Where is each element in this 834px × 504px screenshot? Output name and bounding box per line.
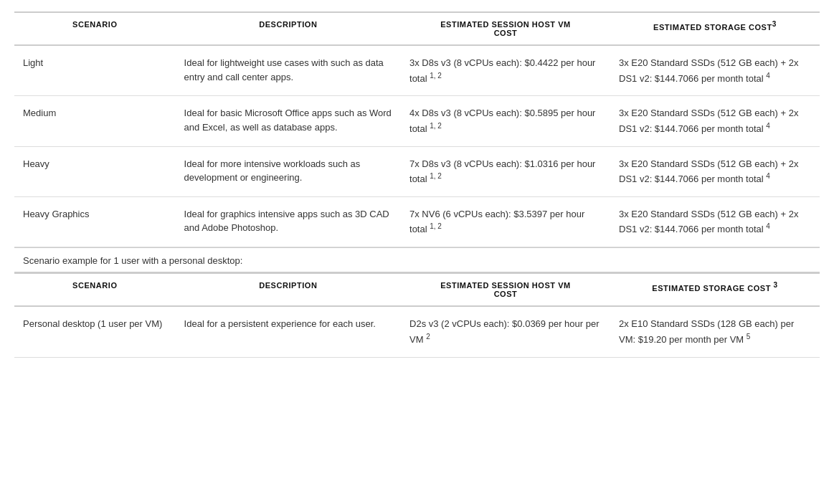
page-container: SCENARIO DESCRIPTION ESTIMATED SESSION H… [0, 0, 834, 504]
header2-vm-cost: ESTIMATED SESSION HOST VMCOST [401, 273, 610, 306]
table-row: Personal desktop (1 user per VM)Ideal fo… [14, 306, 820, 357]
header-storage-cost: ESTIMATED STORAGE COST3 [610, 12, 820, 45]
cell-description: Ideal for more intensive workloads such … [176, 146, 401, 196]
pooled-table-wrapper: SCENARIO DESCRIPTION ESTIMATED SESSION H… [14, 11, 820, 247]
table-row: LightIdeal for lightweight use cases wit… [14, 45, 820, 96]
cell-storage-cost: 3x E20 Standard SSDs (512 GB each) + 2x … [610, 196, 820, 247]
header2-description: DESCRIPTION [176, 273, 401, 306]
table-row: MediumIdeal for basic Microsoft Office a… [14, 96, 820, 146]
cell-storage-cost: 3x E20 Standard SSDs (512 GB each) + 2x … [610, 96, 820, 146]
cell-description: Ideal for lightweight use cases with suc… [176, 45, 401, 96]
section-note: Scenario example for 1 user with a perso… [14, 247, 820, 272]
cell-description: Ideal for a persistent experience for ea… [176, 306, 401, 357]
cell-scenario: Light [14, 45, 176, 96]
table-header-row: SCENARIO DESCRIPTION ESTIMATED SESSION H… [14, 12, 820, 45]
header2-storage-cost: ESTIMATED STORAGE COST 3 [610, 273, 820, 306]
table2-header-row: SCENARIO DESCRIPTION ESTIMATED SESSION H… [14, 273, 820, 306]
cell-scenario: Heavy [14, 146, 176, 196]
personal-table-wrapper: SCENARIO DESCRIPTION ESTIMATED SESSION H… [14, 272, 820, 357]
pooled-scenarios-table: SCENARIO DESCRIPTION ESTIMATED SESSION H… [14, 11, 820, 247]
header-vm-cost: ESTIMATED SESSION HOST VMCOST [401, 12, 610, 45]
table-row: HeavyIdeal for more intensive workloads … [14, 146, 820, 196]
cell-vm-cost: 7x D8s v3 (8 vCPUs each): $1.0316 per ho… [401, 146, 610, 196]
cell-scenario: Personal desktop (1 user per VM) [14, 306, 176, 357]
header-description: DESCRIPTION [176, 12, 401, 45]
personal-scenarios-table: SCENARIO DESCRIPTION ESTIMATED SESSION H… [14, 272, 820, 357]
cell-scenario: Heavy Graphics [14, 196, 176, 247]
cell-storage-cost: 2x E10 Standard SSDs (128 GB each) per V… [610, 306, 820, 357]
cell-scenario: Medium [14, 96, 176, 146]
cell-vm-cost: 4x D8s v3 (8 vCPUs each): $0.5895 per ho… [401, 96, 610, 146]
cell-vm-cost: D2s v3 (2 vCPUs each): $0.0369 per hour … [401, 306, 610, 357]
table-row: Heavy GraphicsIdeal for graphics intensi… [14, 196, 820, 247]
header-scenario: SCENARIO [14, 12, 176, 45]
cell-vm-cost: 3x D8s v3 (8 vCPUs each): $0.4422 per ho… [401, 45, 610, 96]
cell-storage-cost: 3x E20 Standard SSDs (512 GB each) + 2x … [610, 45, 820, 96]
cell-storage-cost: 3x E20 Standard SSDs (512 GB each) + 2x … [610, 146, 820, 196]
cell-description: Ideal for graphics intensive apps such a… [176, 196, 401, 247]
header2-scenario: SCENARIO [14, 273, 176, 306]
cell-vm-cost: 7x NV6 (6 vCPUs each): $3.5397 per hour … [401, 196, 610, 247]
cell-description: Ideal for basic Microsoft Office apps su… [176, 96, 401, 146]
